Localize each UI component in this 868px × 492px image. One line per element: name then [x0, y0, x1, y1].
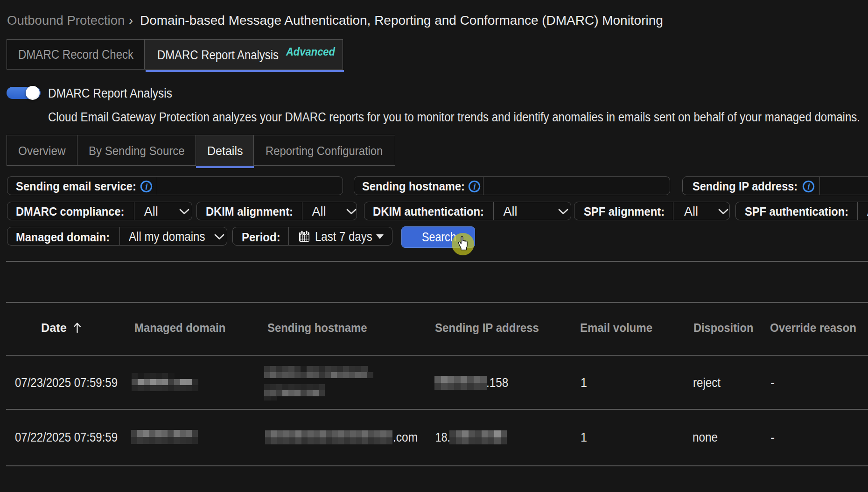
svg-text:i: i: [807, 181, 810, 191]
svg-text:i: i: [145, 181, 148, 191]
svg-text:i: i: [473, 181, 476, 191]
